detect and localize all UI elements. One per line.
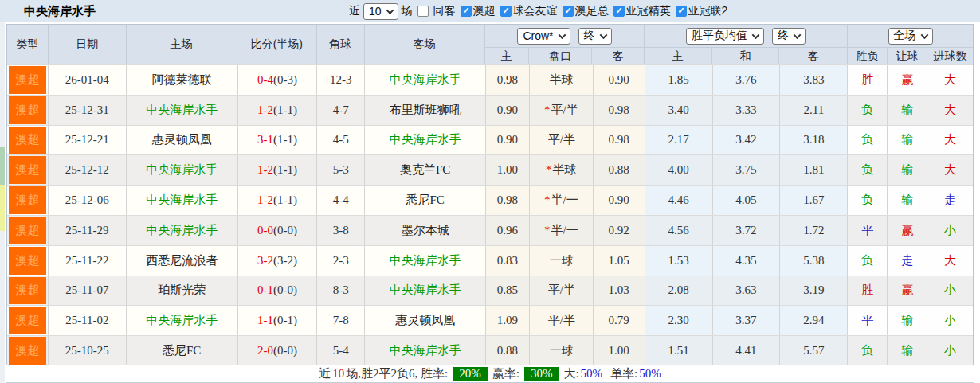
same-opponent-checkbox[interactable] [417,6,429,17]
mean-select[interactable]: 胜平负均值 [686,28,764,45]
recent-count-select[interactable]: 10 [363,3,398,20]
mean-home: 4.46 [645,186,713,215]
acl-elite-checkbox[interactable] [613,6,625,17]
table-row: 澳超 25-12-21 惠灵顿凤凰 3-1(1-1) 4-5 中央海岸水手 0.… [7,125,973,155]
handicap-result: 赢 [888,276,927,306]
home-team[interactable]: 悉尼FC [127,336,238,365]
mean-away: 2.94 [780,306,848,335]
corner-count: 5-4 [317,336,365,365]
summary-record: 场,胜2平2负6, 胜率: [346,366,448,381]
odds-home: 0.88 [486,336,530,365]
away-team[interactable]: 惠灵顿凤凰 [365,306,486,335]
acl2-checkbox[interactable] [676,6,687,17]
handicap-text: 半/一 [551,223,578,238]
handicap-text: 平/半 [548,132,575,147]
away-team[interactable]: 悉尼FC [365,186,486,215]
col-odds-away: 客 [592,48,644,64]
mean-draw: 3.72 [713,216,781,245]
mean-odds-group: 胜平负均值 终 主 和 客 [645,25,848,64]
score: 1-2(1-1) [238,155,318,185]
odds-group: Crow* 终 主 盘口 客 [485,25,645,64]
odds-home: 0.98 [486,186,530,215]
table-row: 澳超 25-12-31 中央海岸水手 1-2(1-1) 4-7 布里斯班狮吼 0… [7,95,973,125]
mean-draw: 3.63 [713,276,781,306]
friendly-checkbox[interactable] [500,6,512,17]
mean-time-value: 终 [778,29,789,43]
league-filter-aucup: 澳足总 [561,4,609,18]
score: 0-0(0-0) [238,216,318,245]
league-badge: 澳超 [9,217,46,244]
away-team[interactable]: 墨尔本城 [365,216,486,245]
home-team[interactable]: 中央海岸水手 [127,96,238,125]
scope-group: 全场 胜负 让球 进球数 [848,25,973,64]
handicap: *半/一 [530,186,594,215]
chevron-down-icon [920,31,928,39]
away-team[interactable]: 中央海岸水手 [365,276,486,306]
away-team[interactable]: 奥克兰FC [365,155,486,185]
result: 负 [848,126,888,155]
big-rate-value: 50% [581,367,603,381]
home-team[interactable]: 中央海岸水手 [127,306,238,335]
home-team[interactable]: 西悉尼流浪者 [127,246,238,276]
summary-near-label: 近 [319,366,331,381]
odds-away: 0.90 [594,186,645,215]
page-title: 中央海岸水手 [24,4,96,19]
result: 胜 [848,276,888,306]
table-row: 澳超 25-12-12 中央海岸水手 1-2(1-1) 5-3 奥克兰FC 1.… [7,154,973,185]
handicap-star: * [544,104,551,117]
away-team[interactable]: 布里斯班狮吼 [365,96,486,125]
table-row: 澳超 25-11-07 珀斯光荣 0-1(0-0) 8-3 中央海岸水手 0.8… [7,276,973,306]
aucup-checkbox[interactable] [563,6,574,17]
score: 0-4(0-3) [238,65,318,95]
halftime-score: (0-0) [273,283,297,297]
odds-away: 1.00 [594,336,645,365]
home-team[interactable]: 惠灵顿凤凰 [127,126,238,155]
halftime-score: (1-1) [273,104,297,117]
away-team[interactable]: 中央海岸水手 [365,126,486,155]
halftime-score: (1-1) [273,193,297,207]
mean-home: 1.51 [645,336,713,365]
scope-select[interactable]: 全场 [888,28,933,45]
fulltime-score: 2-0 [257,344,273,358]
col-handicap-result: 让球 [888,48,927,64]
away-team[interactable]: 中央海岸水手 [365,65,486,95]
scope-value: 全场 [894,29,916,43]
table-header: 类型 日期 主场 比分(半场) 角球 客场 Crow* 终 主 盘口 客 胜平负… [7,25,973,64]
ausuper-label: 澳超 [473,4,496,18]
acl2-label: 亚冠联2 [688,4,728,18]
near-label: 近 [349,4,360,18]
match-date: 26-01-04 [49,65,127,95]
handicap-star: * [544,193,551,207]
mean-draw: 4.05 [713,186,781,215]
handicap-text: 一球 [550,253,574,268]
home-team[interactable]: 中央海岸水手 [127,186,238,215]
ausuper-checkbox[interactable] [461,6,472,17]
mean-away: 1.67 [780,186,848,215]
fulltime-score: 0-0 [257,224,273,237]
handicap: 平/半 [530,306,594,335]
league-badge: 澳超 [9,127,46,154]
table-body: 澳超 26-01-04 阿德莱德联 0-4(0-3) 12-3 中央海岸水手 0… [7,64,973,365]
home-team[interactable]: 中央海岸水手 [127,155,238,185]
bookmaker-select[interactable]: Crow* [517,28,570,45]
fulltime-score: 0-4 [257,73,273,87]
away-team[interactable]: 中央海岸水手 [365,246,486,276]
odds-time-select[interactable]: 终 [578,28,612,45]
score: 2-0(0-0) [238,336,318,365]
odds-away: 0.98 [594,96,645,125]
home-team[interactable]: 中央海岸水手 [127,216,238,245]
score: 0-1(0-0) [238,276,318,306]
mean-time-select[interactable]: 终 [772,28,806,45]
mean-draw: 4.41 [713,336,781,365]
match-date: 25-11-02 [49,306,127,335]
odds-away: 0.79 [594,306,645,335]
away-team[interactable]: 中央海岸水手 [365,336,486,365]
handicap-result: 输 [888,186,927,215]
handicap-result: 赢 [888,65,927,95]
let-rate-label: 赢率: [492,366,519,381]
col-result: 胜负 [848,48,888,64]
home-team[interactable]: 阿德莱德联 [127,65,238,95]
fulltime-score: 1-1 [257,314,273,327]
home-team[interactable]: 珀斯光荣 [127,276,238,306]
mean-away: 3.19 [780,276,848,306]
